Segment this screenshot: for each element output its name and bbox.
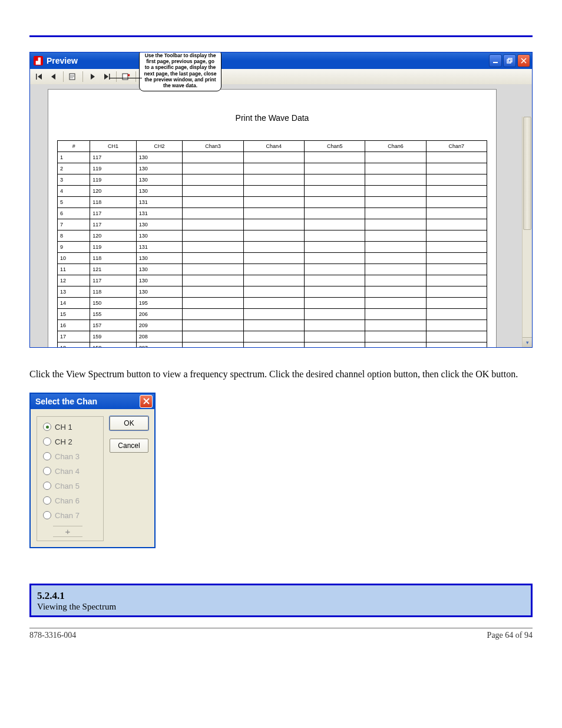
cancel-button[interactable]: Cancel: [110, 439, 148, 453]
radio-label: Chan 4: [55, 467, 80, 476]
dialog-close-button[interactable]: [140, 395, 153, 408]
svg-rect-0: [493, 62, 498, 63]
table-row: 18158207: [58, 342, 487, 348]
prev-page-icon[interactable]: [47, 70, 61, 83]
page-number: Page 64 of 94: [487, 631, 533, 640]
radio-label: Chan 5: [55, 482, 80, 490]
doc-version: 878-3316-004: [29, 631, 76, 640]
radio-icon: [43, 482, 51, 490]
preview-titlebar: ▟ Preview: [30, 52, 532, 69]
radio-option: Chan 7: [43, 511, 92, 520]
svg-rect-2: [508, 58, 512, 62]
dialog-title: Select the Chan: [35, 397, 97, 406]
minimize-button[interactable]: [489, 54, 502, 67]
svg-rect-1: [507, 60, 511, 63]
preview-page: Print the Wave Data #CH1CH2Chan3Chan4Cha…: [48, 89, 497, 347]
radio-option: Chan 3: [43, 452, 92, 461]
svg-rect-5: [36, 74, 37, 80]
table-row: 13118130: [58, 286, 487, 298]
radio-icon: [43, 452, 51, 460]
radio-icon[interactable]: [43, 437, 51, 446]
table-row: 14150195: [58, 298, 487, 309]
column-header: Chan7: [426, 141, 487, 152]
table-row: 11121130: [58, 264, 487, 275]
svg-rect-12: [123, 74, 128, 80]
preview-body: Print the Wave Data #CH1CH2Chan3Chan4Cha…: [30, 84, 532, 347]
table-row: 7117130: [58, 219, 487, 230]
ok-button[interactable]: OK: [110, 416, 148, 430]
radio-label: CH 1: [55, 423, 72, 431]
table-row: 12117130: [58, 275, 487, 286]
column-header: Chan3: [183, 141, 243, 152]
table-row: 4120130: [58, 186, 487, 197]
svg-marker-6: [38, 74, 42, 80]
table-row: 1117130: [58, 152, 487, 163]
radio-icon: [43, 467, 51, 475]
table-row: 3119130: [58, 174, 487, 186]
select-chan-dialog: Select the Chan CH 1CH 2Chan 3Chan 4Chan…: [29, 393, 156, 548]
radio-option: Chan 6: [43, 496, 92, 505]
section-header-bar: 5.2.4.1 Viewing the Spectrum: [29, 584, 533, 617]
scroll-thumb[interactable]: [523, 117, 531, 230]
table-row: 9119131: [58, 242, 487, 253]
column-header: Chan4: [243, 141, 304, 152]
table-row: 5118131: [58, 197, 487, 208]
last-page-icon[interactable]: [100, 70, 114, 83]
goto-page-icon[interactable]: [66, 70, 80, 83]
scroll-down-icon[interactable]: ▾: [523, 337, 532, 347]
table-row: 8120130: [58, 230, 487, 242]
column-header: CH2: [136, 141, 183, 152]
radio-option[interactable]: CH 1: [43, 423, 92, 431]
svg-marker-10: [104, 74, 108, 80]
page-heading: Print the Wave Data: [57, 113, 487, 123]
column-header: Chan6: [365, 141, 426, 152]
document-rule: [29, 35, 533, 37]
vertical-scrollbar[interactable]: ▴ ▾: [522, 117, 532, 347]
radio-label: CH 2: [55, 437, 72, 446]
svg-marker-9: [91, 74, 95, 80]
svg-marker-7: [51, 74, 55, 80]
section-number: 5.2.4.1: [37, 590, 525, 602]
radio-label: Chan 6: [55, 496, 80, 505]
first-page-icon[interactable]: [32, 70, 47, 83]
radio-icon[interactable]: [43, 423, 51, 431]
section-title: Viewing the Spectrum: [37, 602, 525, 612]
table-row: 10118130: [58, 253, 487, 264]
radio-icon: [43, 496, 51, 505]
column-header: #: [58, 141, 90, 152]
table-row: 6117131: [58, 208, 487, 219]
radio-icon: [43, 511, 51, 519]
preview-window-title: Preview: [47, 56, 78, 65]
channel-radio-group: CH 1CH 2Chan 3Chan 4Chan 5Chan 6Chan 7+: [37, 416, 104, 541]
radio-option[interactable]: CH 2: [43, 437, 92, 446]
toolbar-callout: Use the Toolbar to display the first pag…: [139, 52, 222, 91]
app-icon: ▟: [34, 56, 43, 65]
page-footer: 878-3316-004 Page 64 of 94: [29, 628, 533, 640]
table-row: 16157209: [58, 320, 487, 331]
close-preview-icon[interactable]: [119, 70, 133, 83]
table-row: 17159208: [58, 331, 487, 342]
radio-label: Chan 3: [55, 452, 80, 461]
radio-label: Chan 7: [55, 511, 80, 520]
column-header: Chan5: [305, 141, 365, 152]
preview-toolbar: [30, 69, 532, 85]
restore-button[interactable]: [503, 54, 516, 67]
body-paragraph: Click the View Spectrum button to view a…: [29, 368, 533, 381]
preview-window: ▟ Preview: [29, 52, 533, 348]
table-row: 15155206: [58, 309, 487, 320]
svg-rect-11: [109, 74, 110, 80]
column-header: CH1: [90, 141, 137, 152]
close-button[interactable]: [517, 54, 530, 67]
table-row: 2119130: [58, 163, 487, 174]
dialog-titlebar: Select the Chan: [31, 394, 154, 409]
add-channel-icon: +: [53, 526, 82, 537]
radio-option: Chan 4: [43, 467, 92, 476]
next-page-icon[interactable]: [85, 70, 100, 83]
radio-option: Chan 5: [43, 482, 92, 490]
wave-data-table: #CH1CH2Chan3Chan4Chan5Chan6Chan7 1117130…: [57, 140, 487, 347]
